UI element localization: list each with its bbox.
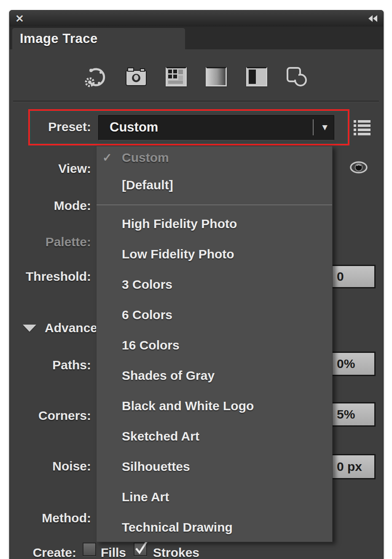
collapse-panel-icon[interactable] xyxy=(368,15,377,22)
outline-glyph xyxy=(285,65,309,88)
mode-label: Mode: xyxy=(13,198,91,213)
menu-item-technical-drawing[interactable]: Technical Drawing xyxy=(97,512,332,543)
corners-label: Corners: xyxy=(13,408,91,423)
view-label: View: xyxy=(13,161,91,176)
advanced-expand-icon[interactable] xyxy=(23,325,36,332)
strokes-label: Strokes xyxy=(153,545,199,559)
preset-menu: ✓ Custom [Default] High Fidelity Photo L… xyxy=(96,146,333,542)
menu-item-custom[interactable]: ✓ Custom xyxy=(97,146,332,169)
camera-glyph xyxy=(124,66,148,87)
image-trace-panel: ✕ Image Trace xyxy=(9,10,384,559)
menu-item-label: Black and White Logo xyxy=(122,399,254,413)
preset-dropdown[interactable]: Custom ▼ xyxy=(98,115,334,140)
menu-item-silhouettes[interactable]: Silhouettes xyxy=(97,452,332,482)
panel-titlebar: ✕ xyxy=(10,11,383,27)
black-white-glyph xyxy=(246,67,267,86)
menu-item-low-fidelity-photo[interactable]: Low Fidelity Photo xyxy=(97,239,332,269)
menu-item-label: Shades of Gray xyxy=(122,368,215,383)
eye-glyph xyxy=(349,159,368,176)
screenshot-root: ✕ Image Trace xyxy=(0,0,392,559)
menu-item-label: [Default] xyxy=(122,178,173,192)
menu-item-shades-of-gray[interactable]: Shades of Gray xyxy=(97,360,332,391)
tab-bar: Image Trace xyxy=(10,27,383,49)
grayscale-icon[interactable] xyxy=(204,64,229,89)
tab-label: Image Trace xyxy=(12,29,185,49)
auto-color-glyph xyxy=(84,65,107,88)
menu-item-label: Technical Drawing xyxy=(122,520,233,535)
panel-menu-icon[interactable] xyxy=(354,119,371,136)
menu-item-high-fidelity-photo[interactable]: High Fidelity Photo xyxy=(97,209,332,239)
fills-label: Fills xyxy=(101,545,126,559)
menu-item-black-and-white-logo[interactable]: Black and White Logo xyxy=(97,391,332,421)
tab-image-trace[interactable]: Image Trace xyxy=(12,28,185,50)
menu-item-label: Line Art xyxy=(122,490,169,504)
swatches-glyph xyxy=(166,67,187,86)
menu-item-6-colors[interactable]: 6 Colors xyxy=(97,300,332,330)
preset-value: Custom xyxy=(110,116,158,139)
dropdown-arrow-icon: ▼ xyxy=(320,116,329,139)
checkmark-icon: ✓ xyxy=(102,146,112,169)
threshold-label: Threshold: xyxy=(13,269,91,284)
menu-item-sketched-art[interactable]: Sketched Art xyxy=(97,421,332,452)
menu-item-3-colors[interactable]: 3 Colors xyxy=(97,269,332,300)
menu-line xyxy=(354,124,371,127)
fills-checkbox[interactable] xyxy=(83,543,96,556)
field-divider xyxy=(313,119,314,135)
menu-item-label: Sketched Art xyxy=(122,429,199,443)
grayscale-glyph xyxy=(206,67,227,86)
left-triangle-icon xyxy=(373,15,377,22)
palette-label: Palette: xyxy=(13,234,91,250)
black-white-icon[interactable] xyxy=(244,64,269,89)
close-icon[interactable]: ✕ xyxy=(15,12,24,25)
menu-item-label: High Fidelity Photo xyxy=(122,217,237,231)
menu-item-line-art[interactable]: Line Art xyxy=(97,482,332,512)
menu-item-label: Custom xyxy=(122,150,169,165)
menu-item-label: 6 Colors xyxy=(122,308,172,322)
create-label: Create: xyxy=(13,545,76,559)
noise-label: Noise: xyxy=(13,459,91,474)
menu-line xyxy=(354,133,371,135)
menu-item-16-colors[interactable]: 16 Colors xyxy=(97,330,332,360)
swatches-grid-icon[interactable] xyxy=(164,64,189,89)
menu-line xyxy=(354,129,371,131)
menu-item-label: Low Fidelity Photo xyxy=(122,247,234,261)
divider xyxy=(13,101,379,102)
menu-item-label: 3 Colors xyxy=(122,277,172,292)
preview-eye-icon[interactable] xyxy=(349,159,368,176)
method-label: Method: xyxy=(13,511,91,526)
menu-item-label: Silhouettes xyxy=(122,460,190,474)
menu-line xyxy=(354,120,371,123)
camera-icon[interactable] xyxy=(124,64,149,89)
paths-label: Paths: xyxy=(13,357,91,373)
menu-divider xyxy=(97,201,332,209)
menu-item-default[interactable]: [Default] xyxy=(97,169,332,201)
auto-color-icon[interactable] xyxy=(83,64,108,89)
menu-item-label: 16 Colors xyxy=(122,338,180,352)
left-triangle-icon xyxy=(368,15,373,22)
outline-icon[interactable] xyxy=(284,64,309,89)
strokes-checkbox[interactable] xyxy=(134,543,147,556)
